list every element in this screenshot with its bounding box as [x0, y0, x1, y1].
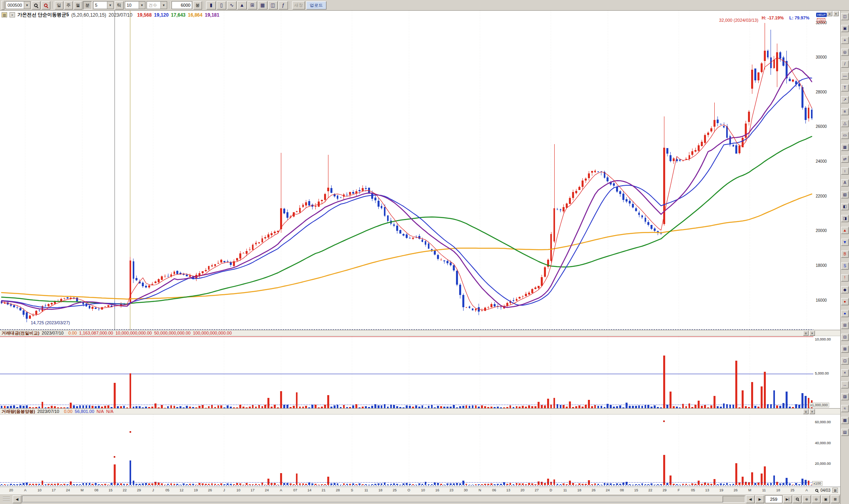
vertical-scale-icon[interactable]: ↕ [841, 167, 849, 175]
panel-layout-icon[interactable]: ◫ [841, 13, 849, 20]
scroll-left-button[interactable]: ◀ [13, 495, 21, 503]
minute-combo[interactable]: 5 ▼ [93, 1, 114, 9]
upload-button[interactable]: 업로드 [306, 1, 326, 10]
trendline-icon[interactable]: / [841, 61, 849, 68]
pane-menu-icon[interactable]: ≡ [803, 331, 809, 336]
close-icon[interactable]: × [10, 12, 15, 17]
volume-chart-canvas[interactable] [0, 415, 813, 487]
tick-combo[interactable]: 10 ▼ [125, 1, 145, 9]
zoom-in-button[interactable]: ⊕ [802, 495, 811, 503]
add-pane-icon[interactable]: ⊞ [841, 322, 849, 329]
red-dot-icon[interactable]: ● [841, 298, 849, 305]
help-badge[interactable]: HELP [816, 13, 827, 17]
hatch-pattern-icon[interactable]: ▨ [841, 393, 849, 400]
pane-close-icon[interactable]: × [809, 331, 815, 336]
volume-value-4: N/A [106, 409, 113, 414]
wave-tool-icon[interactable]: ≈ [841, 405, 849, 412]
chevron-down-icon[interactable]: ▼ [139, 2, 145, 9]
volume-chart-pane[interactable]: 60,000.0040,000.0020,000.00 x100 [0, 415, 840, 487]
buy-marker-icon[interactable]: B [841, 251, 849, 258]
auto-label-icon[interactable]: A [841, 179, 849, 186]
price-chart-pane[interactable]: ▥ × 가온전선 단순이동평균5 (5,20,60,120,15) 2023/0… [0, 11, 840, 330]
close-pane-icon[interactable]: ⊠ [841, 346, 849, 353]
tick-button[interactable]: 틱 [115, 1, 124, 10]
scrollbar-track[interactable] [22, 496, 745, 503]
bar-count-input[interactable] [172, 1, 192, 9]
delete-tool-icon[interactable]: × [841, 369, 849, 377]
stock-code-combo[interactable]: 000500 ▼ [6, 1, 31, 9]
horizontal-scale-icon[interactable]: ↔ [841, 381, 849, 388]
diamond-marker-icon[interactable]: ◆ [841, 286, 849, 293]
rectangle-tool-icon[interactable]: ▭ [841, 132, 849, 139]
bong-button[interactable]: 봉 [193, 1, 202, 10]
chevron-down-icon[interactable]: ▼ [24, 2, 30, 9]
blue-dot-icon[interactable]: ● [841, 310, 849, 317]
step-forward-button[interactable]: ▶ [756, 495, 764, 503]
price-axis-label: 22000 [816, 194, 827, 198]
xaxis-label: 20 [521, 488, 525, 492]
period-button-일[interactable]: 일 [55, 1, 63, 10]
text-note-icon[interactable]: T [841, 84, 849, 91]
period-button-분[interactable]: 분 [83, 1, 92, 10]
indicator-icon[interactable]: ▥ [2, 12, 7, 17]
scrollbar-thumb[interactable] [23, 496, 723, 502]
chevron-down-icon[interactable]: ▼ [107, 2, 113, 9]
visible-bars-input[interactable] [765, 495, 782, 503]
toolbar-grip[interactable] [1, 1, 4, 10]
zoom-area-icon[interactable]: ◎ [841, 49, 849, 56]
new-window-icon[interactable]: ▣ [841, 25, 849, 32]
grid-toggle-icon[interactable]: ▦ [841, 144, 849, 151]
turnover-chart-canvas[interactable] [0, 336, 813, 408]
remove-pane-icon[interactable]: ⊟ [841, 334, 849, 341]
zoom-icon[interactable] [815, 489, 818, 492]
compare-chart-icon[interactable]: ⇄ [841, 156, 849, 163]
stock-search-remove-button[interactable] [42, 1, 50, 10]
toolbar-grid-icon[interactable]: ▦ [258, 1, 267, 10]
new-window-button[interactable]: 새창 [292, 1, 305, 10]
pane-menu-icon[interactable]: ≡ [827, 11, 832, 16]
count-combo[interactable]: 건수 ▼ [147, 1, 167, 9]
toolbar-indicator-icon[interactable]: ƒ [279, 1, 288, 10]
turnover-chart-pane[interactable]: 10,000.005,000.00 x1,000,000 [0, 336, 840, 408]
horizontal-line-icon[interactable]: — [841, 72, 849, 80]
pane-menu-icon[interactable]: ≡ [803, 409, 809, 414]
alert-icon[interactable]: ! [841, 274, 849, 281]
zoom-out-button[interactable]: ⊖ [812, 495, 820, 503]
pane-close-icon[interactable]: × [809, 409, 815, 414]
sell-marker-icon[interactable]: S [841, 262, 849, 270]
fill-pattern-icon[interactable]: ▩ [841, 417, 849, 424]
step-back-button[interactable]: ◀ [746, 495, 755, 503]
settings-icon[interactable]: ⊡ [841, 358, 849, 365]
toolbar-point-figure-icon[interactable]: ⊞ [248, 1, 257, 10]
stock-search-button[interactable] [32, 1, 40, 10]
right-axis-icon[interactable]: ◨ [841, 215, 849, 222]
triangle-pattern-icon[interactable]: △ [841, 120, 849, 127]
arrow-marker-icon[interactable]: ↗ [841, 96, 849, 103]
pattern-icon[interactable]: ▧ [841, 191, 849, 198]
toolbar-compare-icon[interactable]: ◫ [268, 1, 278, 10]
toolbar-candlestick-chart-icon[interactable]: ▮ [206, 1, 216, 10]
resize-grip-icon[interactable] [1, 495, 12, 504]
crosshair-icon[interactable]: + [841, 37, 849, 44]
turnover-pane-header: 거래대금(전일비교) 2023/07/10 0.001,163,087,000.… [0, 330, 840, 336]
fibonacci-icon[interactable]: ≡ [841, 108, 849, 115]
period-button-주[interactable]: 주 [64, 1, 73, 10]
zoom-search-button[interactable] [793, 495, 801, 503]
period-button-월[interactable]: 월 [74, 1, 82, 10]
go-to-end-button[interactable]: ▶| [783, 495, 792, 503]
xaxis-label: N [479, 488, 481, 492]
close-button[interactable]: ⊠ [831, 495, 839, 503]
sell-arrow-icon[interactable]: ▼ [841, 239, 849, 246]
pane-close-icon[interactable]: × [833, 11, 839, 16]
chevron-down-icon[interactable]: ▼ [160, 2, 167, 9]
axis-close-icon[interactable]: ⊠ [832, 488, 838, 493]
chart-settings-button[interactable]: ▣ [821, 495, 830, 503]
toolbar-bar-chart-icon[interactable]: ▯ [217, 1, 226, 10]
toolbar-line-chart-icon[interactable]: ∿ [227, 1, 237, 10]
price-axis-label: 24000 [816, 159, 827, 164]
screenshot-icon[interactable]: ▤ [841, 429, 849, 436]
left-axis-icon[interactable]: ◧ [841, 203, 849, 210]
buy-arrow-icon[interactable]: ▲ [841, 227, 849, 234]
toolbar-area-chart-icon[interactable]: ▲ [237, 1, 247, 10]
price-chart-canvas[interactable] [0, 11, 813, 330]
